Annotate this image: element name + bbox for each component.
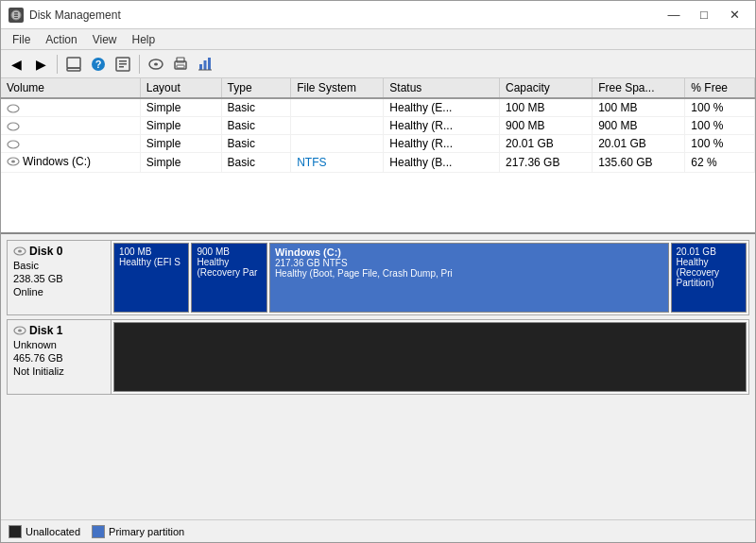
disk-0-type: Basic [13,260,105,271]
legend-unalloc: Unallocated [9,525,80,538]
minimize-button[interactable]: — [661,6,687,25]
print-button[interactable] [169,53,192,76]
disk-1-row: Disk 1 Unknown 465.76 GB Not Initializ [7,319,749,395]
col-free: Free Spa... [593,78,685,98]
menu-bar: File Action View Help [1,29,755,50]
toolbar-separator-2 [139,55,140,74]
col-type: Type [221,78,291,98]
col-status: Status [384,78,500,98]
properties-button[interactable] [112,53,134,76]
disk-1-status: Not Initializ [13,365,105,377]
cell-layout: Simple [140,98,221,117]
table-row[interactable]: SimpleBasicHealthy (R...900 MB900 MB100 … [1,117,755,135]
cell-type: Basic [221,135,291,153]
svg-rect-16 [177,65,184,68]
disk-1-id: Disk 1 [29,324,62,337]
disk-1-info: Disk 1 Unknown 465.76 GB Not Initializ [8,320,112,394]
cell-fs [291,98,384,117]
disk-0-id: Disk 0 [29,245,62,258]
title-bar-left: Disk Management [9,8,121,23]
disk-0-part-1[interactable]: 900 MB Healthy (Recovery Par [191,243,266,313]
disk-table-area[interactable]: Volume Layout Type File System Status Ca… [1,78,755,234]
chart-button[interactable] [194,53,216,76]
cell-volume [1,117,140,135]
cell-fs: NTFS [291,153,384,173]
legend-unalloc-label: Unallocated [26,526,80,537]
up-button[interactable] [62,53,85,76]
menu-action[interactable]: Action [38,31,84,48]
cell-pct: 100 % [685,98,755,117]
svg-rect-9 [119,60,127,62]
disk-0-info: Disk 0 Basic 238.35 GB Online [8,241,112,314]
cell-free: 900 MB [593,117,685,135]
cell-status: Healthy (R... [384,117,500,135]
forward-button[interactable]: ▶ [29,53,52,76]
cell-volume [1,135,140,153]
col-pct: % Free [685,78,755,98]
svg-point-27 [18,250,22,253]
svg-rect-17 [199,64,202,70]
cell-pct: 100 % [685,135,755,153]
legend-primary-box [92,525,105,538]
svg-point-23 [8,141,19,148]
cell-free: 100 MB [593,98,685,117]
svg-rect-4 [67,58,80,68]
disk-0-part-2[interactable]: Windows (C:) 217.36 GB NTFS Healthy (Boo… [269,243,669,313]
disk-icon-button[interactable] [145,53,167,76]
menu-file[interactable]: File [5,31,38,48]
cell-type: Basic [221,153,291,173]
disk-1-label: Disk 1 [13,324,105,337]
disk-0-row: Disk 0 Basic 238.35 GB Online 100 MB Hea… [7,240,749,315]
legend-bar: Unallocated Primary partition [1,519,755,542]
disk-visual-area: Disk 0 Basic 238.35 GB Online 100 MB Hea… [1,234,755,519]
svg-rect-1 [14,12,18,14]
main-window: Disk Management — □ ✕ File Action View H… [0,0,756,543]
svg-rect-2 [14,14,18,16]
window-icon [9,8,24,23]
table-row[interactable]: Windows (C:)SimpleBasicNTFSHealthy (B...… [1,153,755,173]
disk-1-part-0[interactable] [113,322,747,392]
svg-point-21 [8,105,19,112]
menu-view[interactable]: View [85,31,125,48]
col-fs: File System [291,78,384,98]
svg-point-22 [8,123,19,130]
disk-1-type: Unknown [13,339,105,350]
disk-0-part-0[interactable]: 100 MB Healthy (EFI S [113,243,189,313]
maximize-button[interactable]: □ [691,6,717,25]
cell-capacity: 100 MB [500,98,593,117]
cell-pct: 62 % [685,153,755,173]
cell-layout: Simple [140,117,221,135]
toolbar: ◀ ▶ ? [1,50,755,78]
cell-layout: Simple [140,135,221,153]
legend-primary-label: Primary partition [109,526,184,537]
menu-help[interactable]: Help [125,31,163,48]
svg-point-13 [154,62,158,65]
legend-unalloc-box [9,525,22,538]
svg-text:?: ? [95,59,102,70]
cell-layout: Simple [140,153,221,173]
cell-type: Basic [221,98,291,117]
col-capacity: Capacity [500,78,593,98]
cell-free: 135.60 GB [593,153,685,173]
cell-status: Healthy (R... [384,135,500,153]
back-button[interactable]: ◀ [5,53,27,76]
close-button[interactable]: ✕ [721,6,747,25]
help-button[interactable]: ? [87,53,110,76]
disk-0-status: Online [13,286,105,297]
svg-rect-10 [119,63,127,65]
cell-volume [1,98,140,117]
disk-0-label: Disk 0 [13,245,105,258]
title-controls: — □ ✕ [661,6,747,25]
cell-volume: Windows (C:) [1,153,140,173]
disk-0-part-3[interactable]: 20.01 GB Healthy (Recovery Partition) [671,243,747,313]
svg-rect-11 [119,66,124,68]
cell-fs [291,117,384,135]
svg-rect-18 [204,60,207,70]
table-row[interactable]: SimpleBasicHealthy (R...20.01 GB20.01 GB… [1,135,755,153]
window-title: Disk Management [29,8,121,22]
table-row[interactable]: SimpleBasicHealthy (E...100 MB100 MB100 … [1,98,755,117]
cell-type: Basic [221,117,291,135]
disk-0-size: 238.35 GB [13,273,105,284]
cell-free: 20.01 GB [593,135,685,153]
cell-capacity: 900 MB [500,117,593,135]
